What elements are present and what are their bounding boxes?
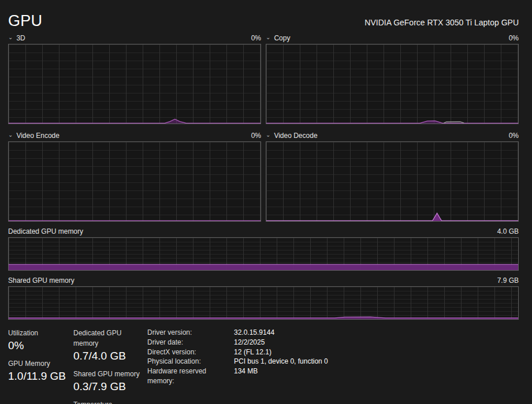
detail-label: Physical location: — [147, 357, 234, 366]
chevron-down-icon[interactable]: ⌄ — [266, 132, 270, 138]
chart-panel-shared-memory: Shared GPU memory 7.9 GB — [8, 275, 519, 320]
stat-label: GPU Memory — [8, 358, 73, 369]
stat-label: Dedicated GPU memory — [73, 328, 147, 349]
chart-panel-video-decode: ⌄ Video Decode 0% — [266, 130, 519, 222]
chart-percent-video-decode: 0% — [509, 132, 519, 140]
chart-panel-3d: ⌄ 3D 0% — [8, 32, 261, 124]
chart-max-shared-memory: 7.9 GB — [497, 276, 519, 285]
chart-title-video-encode: Video Encode — [16, 132, 59, 140]
chart-line-video-decode — [266, 142, 518, 221]
chart-title-dedicated-memory: Dedicated GPU memory — [8, 227, 83, 235]
chart-max-dedicated-memory: 4.0 GB — [497, 227, 519, 235]
chart-percent-video-encode: 0% — [251, 132, 261, 140]
chevron-down-icon[interactable]: ⌄ — [8, 132, 13, 138]
stat-value: 1.0/11.9 GB — [8, 369, 73, 384]
stat-label: Utilization — [8, 328, 73, 338]
chart-panel-video-encode: ⌄ Video Encode 0% — [8, 130, 261, 222]
page-header: GPU NVIDIA GeForce RTX 3050 Ti Laptop GP… — [8, 9, 519, 29]
chart-canvas-video-encode[interactable] — [8, 141, 261, 222]
stat-temperature: Temperature 57 °C — [73, 399, 147, 404]
detail-label: Hardware reserved memory: — [147, 366, 234, 386]
chart-line-shared-memory — [9, 287, 518, 319]
stat-label: Shared GPU memory — [73, 369, 147, 379]
chart-title-video-decode: Video Decode — [274, 132, 317, 140]
page-title: GPU — [8, 13, 42, 29]
stat-utilization: Utilization 0% — [8, 328, 73, 353]
chart-header-video-encode: ⌄ Video Encode 0% — [8, 130, 261, 141]
stats-footer: Utilization 0% GPU Memory 1.0/11.9 GB De… — [8, 328, 519, 404]
stat-shared-gpu-memory: Shared GPU memory 0.3/7.9 GB — [73, 369, 147, 394]
detail-row-physical-location: Physical location: PCI bus 1, device 0, … — [147, 357, 328, 366]
chevron-down-icon[interactable]: ⌄ — [266, 35, 270, 40]
chevron-down-icon[interactable]: ⌄ — [8, 35, 13, 40]
stat-value: 0% — [8, 338, 73, 353]
chart-header-video-decode: ⌄ Video Decode 0% — [266, 130, 519, 141]
chart-panel-dedicated-memory: Dedicated GPU memory 4.0 GB — [8, 226, 519, 271]
detail-row-hardware-reserved-memory: Hardware reserved memory: 134 MB — [147, 366, 328, 386]
chart-line-video-encode — [9, 142, 261, 221]
chart-line-3d — [9, 44, 261, 124]
detail-label: DirectX version: — [147, 347, 234, 357]
stats-column-2: Dedicated GPU memory 0.7/4.0 GB Shared G… — [73, 328, 147, 404]
chart-percent-3d: 0% — [251, 34, 261, 42]
chart-percent-copy: 0% — [509, 34, 519, 42]
chart-canvas-3d[interactable] — [8, 44, 261, 124]
detail-label: Driver date: — [147, 338, 234, 347]
chart-canvas-copy[interactable] — [266, 44, 519, 124]
chart-header-dedicated-memory: Dedicated GPU memory 4.0 GB — [8, 226, 519, 237]
detail-value: 134 MB — [234, 366, 258, 386]
detail-value: PCI bus 1, device 0, function 0 — [234, 357, 328, 366]
chart-row-1: ⌄ 3D 0% ⌄ Copy 0% — [8, 32, 519, 124]
chart-title-3d: 3D — [16, 34, 25, 42]
gpu-performance-page: GPU NVIDIA GeForce RTX 3050 Ti Laptop GP… — [0, 0, 532, 404]
chart-line-dedicated-memory — [9, 238, 518, 270]
stats-column-1: Utilization 0% GPU Memory 1.0/11.9 GB — [8, 328, 73, 404]
chart-title-copy: Copy — [274, 34, 290, 42]
stat-label: Temperature — [73, 399, 147, 404]
stat-value: 0.3/7.9 GB — [73, 379, 147, 394]
chart-title-shared-memory: Shared GPU memory — [8, 276, 75, 285]
detail-label: Driver version: — [147, 328, 234, 338]
stat-value: 0.7/4.0 GB — [73, 349, 147, 364]
chart-header-copy: ⌄ Copy 0% — [266, 32, 519, 44]
chart-canvas-video-decode[interactable] — [266, 141, 519, 222]
detail-value: 12 (FL 12.1) — [234, 347, 271, 357]
detail-value: 12/2/2025 — [234, 338, 265, 347]
driver-details: Driver version: 32.0.15.9144 Driver date… — [147, 328, 328, 404]
device-name: NVIDIA GeForce RTX 3050 Ti Laptop GPU — [364, 18, 519, 29]
chart-row-2: ⌄ Video Encode 0% ⌄ Video Decode 0% — [8, 130, 519, 222]
chart-canvas-dedicated-memory[interactable] — [8, 237, 519, 271]
chart-header-3d: ⌄ 3D 0% — [8, 32, 261, 44]
stat-dedicated-gpu-memory: Dedicated GPU memory 0.7/4.0 GB — [73, 328, 147, 364]
chart-line-copy — [266, 44, 518, 124]
stat-gpu-memory: GPU Memory 1.0/11.9 GB — [8, 358, 73, 384]
detail-row-directx-version: DirectX version: 12 (FL 12.1) — [147, 347, 328, 357]
chart-panel-copy: ⌄ Copy 0% — [266, 32, 519, 124]
chart-header-shared-memory: Shared GPU memory 7.9 GB — [8, 275, 519, 286]
chart-canvas-shared-memory[interactable] — [8, 286, 519, 320]
detail-row-driver-date: Driver date: 12/2/2025 — [147, 338, 328, 347]
detail-row-driver-version: Driver version: 32.0.15.9144 — [147, 328, 328, 338]
detail-value: 32.0.15.9144 — [234, 328, 274, 338]
